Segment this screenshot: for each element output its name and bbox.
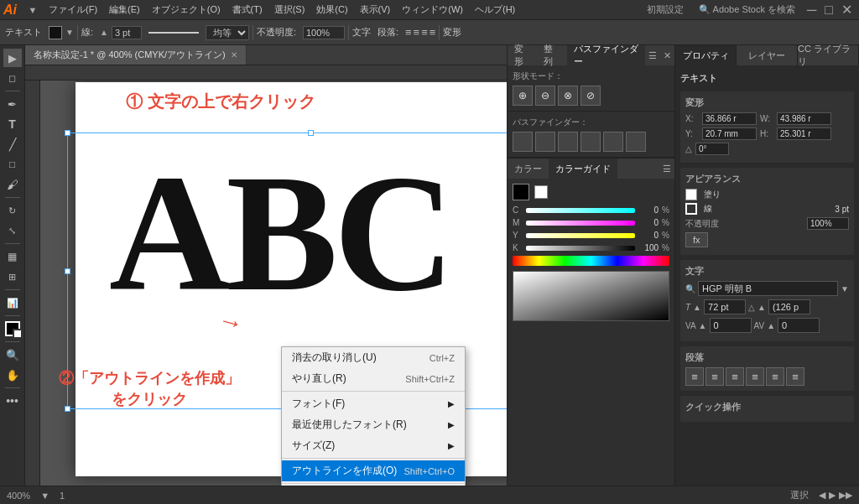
tool-shape[interactable]: □ <box>3 155 22 174</box>
tool-rotate[interactable]: ↻ <box>3 201 22 220</box>
color-gradient-display[interactable] <box>513 271 669 321</box>
tab-close-btn[interactable]: ✕ <box>231 50 237 60</box>
document-tab[interactable]: 名称未設定-1 * @ 400% (CMYK/アウトライン) ✕ <box>25 45 247 65</box>
tab-layers[interactable]: レイヤー <box>737 45 798 65</box>
prop-h-input[interactable] <box>777 127 831 140</box>
align-justify[interactable]: ≡ <box>430 26 436 39</box>
menu-help[interactable]: ヘルプ(H) <box>470 0 520 19</box>
panel-menu-btn[interactable]: ☰ <box>645 50 660 61</box>
color-panel-menu[interactable]: ☰ <box>659 164 674 174</box>
pf-btn1[interactable] <box>513 132 533 152</box>
canvas-wrapper[interactable]: ABC ① 文字の上で右クリック ②「アウトラインを作成」をクリック → 消去の… <box>25 65 507 486</box>
tracking-input[interactable] <box>778 318 820 333</box>
pf-btn6[interactable] <box>626 132 646 152</box>
ctx-create-outline[interactable]: アウトラインを作成(O) Shift+Ctrl+O <box>282 460 465 481</box>
menu-format[interactable]: 書式(T) <box>227 0 268 19</box>
minimize-btn[interactable]: ─ <box>804 3 820 18</box>
tab-transform[interactable]: 変形 <box>508 45 537 65</box>
prev-btn[interactable]: ◀ <box>819 490 825 501</box>
style-dropdown[interactable]: 均等 <box>206 25 249 40</box>
tab-align[interactable]: 整列 <box>537 45 566 65</box>
k-slider[interactable] <box>526 246 635 251</box>
prop-x-input[interactable] <box>702 112 757 125</box>
opacity-input[interactable] <box>303 26 345 39</box>
bg-swatch[interactable] <box>534 185 548 199</box>
prop-y-input[interactable] <box>702 127 757 140</box>
fill-color-swatch[interactable] <box>49 26 62 39</box>
menu-object[interactable]: オブジェクト(O) <box>147 0 226 19</box>
stroke-swatch[interactable] <box>685 203 697 215</box>
align-center[interactable]: ≡ <box>414 26 420 39</box>
shape-unite[interactable]: ⊕ <box>513 86 533 106</box>
pf-btn4[interactable] <box>580 132 601 152</box>
tab-color-guide[interactable]: カラーガイド <box>549 158 617 179</box>
ctx-undo[interactable]: 消去の取り消し(U) Ctrl+Z <box>282 347 465 368</box>
tool-scale[interactable]: ⤡ <box>3 221 22 240</box>
fill-swatch[interactable] <box>685 189 697 200</box>
stroke-input[interactable] <box>112 26 142 39</box>
shape-exclude[interactable]: ⊘ <box>580 86 601 106</box>
play-btn[interactable]: ▶ <box>829 490 836 501</box>
align-right[interactable]: ≡ <box>421 26 428 39</box>
handle-tm[interactable] <box>308 130 314 136</box>
align-left[interactable]: ≡ <box>405 26 412 39</box>
font-name-input[interactable] <box>698 281 838 296</box>
c-slider[interactable] <box>526 208 635 213</box>
tool-gradient[interactable]: ▦ <box>3 247 22 266</box>
para-align-justify[interactable]: ≡ <box>746 367 764 386</box>
tool-select[interactable]: ▶ <box>3 49 22 67</box>
tab-cc-library[interactable]: CC ライブラリ <box>798 45 859 65</box>
menu-effect[interactable]: 効果(C) <box>311 0 352 19</box>
tool-paintbrush[interactable]: 🖌 <box>3 175 22 194</box>
tool-type[interactable]: T <box>3 115 22 133</box>
opacity-prop-input[interactable] <box>807 217 849 230</box>
handle-tl[interactable] <box>65 130 70 136</box>
more-tools[interactable]: ••• <box>3 392 22 410</box>
stock-search[interactable]: 🔍 Adobe Stock を検索 <box>692 3 802 16</box>
pf-btn5[interactable] <box>603 132 623 152</box>
handle-ml[interactable] <box>65 268 70 274</box>
tab-color[interactable]: カラー <box>508 158 549 179</box>
maximize-btn[interactable]: □ <box>821 3 836 18</box>
menu-view[interactable]: 表示(V) <box>355 0 396 19</box>
menu-window[interactable]: ウィンドウ(W) <box>397 0 468 19</box>
prop-w-input[interactable] <box>777 112 831 125</box>
tool-zoom[interactable]: 🔍 <box>3 346 22 364</box>
menu-select[interactable]: 選択(S) <box>269 0 310 19</box>
kerning-input[interactable] <box>710 318 752 333</box>
tool-chart[interactable]: 📊 <box>3 294 22 312</box>
next-btn[interactable]: ▶▶ <box>839 490 852 501</box>
close-btn[interactable]: ✕ <box>838 2 856 18</box>
font-dropdown-arrow[interactable]: ▼ <box>841 284 849 294</box>
fg-swatch[interactable] <box>513 184 529 200</box>
prop-angle-input[interactable] <box>695 143 729 155</box>
para-align-j2[interactable]: ≡ <box>766 367 784 386</box>
tab-pathfinder[interactable]: パスファインダー <box>567 45 645 65</box>
font-size-up[interactable]: ▲ <box>693 303 701 312</box>
shape-minus[interactable]: ⊖ <box>535 86 555 106</box>
fill-stroke-swatch[interactable] <box>5 321 20 336</box>
kerning-up[interactable]: ▲ <box>699 321 707 330</box>
shape-intersect[interactable]: ⊗ <box>558 86 578 106</box>
tool-mesh[interactable]: ⊞ <box>3 268 22 286</box>
tracking-up[interactable]: ▲ <box>767 321 775 330</box>
menu-edit[interactable]: 編集(E) <box>104 0 145 19</box>
zoom-level[interactable]: 400% <box>7 491 30 501</box>
font-size2-input[interactable] <box>768 299 810 314</box>
font-size2-up[interactable]: ▲ <box>757 303 766 312</box>
menu-file[interactable]: ファイル(F) <box>44 0 102 19</box>
tool-pen[interactable]: ✒ <box>3 95 22 113</box>
para-align-center[interactable]: ≡ <box>705 367 724 386</box>
para-align-right[interactable]: ≡ <box>726 367 744 386</box>
fx-button[interactable]: fx <box>685 232 708 247</box>
ctx-recent-font[interactable]: 最近使用したフォント(R) ▶ <box>282 414 465 435</box>
ctx-redo[interactable]: やり直し(R) Shift+Ctrl+Z <box>282 368 465 389</box>
tool-line[interactable]: ╱ <box>3 135 22 153</box>
tab-properties[interactable]: プロパティ <box>675 45 737 65</box>
ctx-font[interactable]: フォント(F) ▶ <box>282 393 465 414</box>
pf-btn3[interactable] <box>558 132 578 152</box>
para-align-j3[interactable]: ≡ <box>786 367 804 386</box>
font-size-input[interactable] <box>704 299 746 314</box>
tool-hand[interactable]: ✋ <box>3 366 22 384</box>
y-slider[interactable] <box>526 233 635 238</box>
